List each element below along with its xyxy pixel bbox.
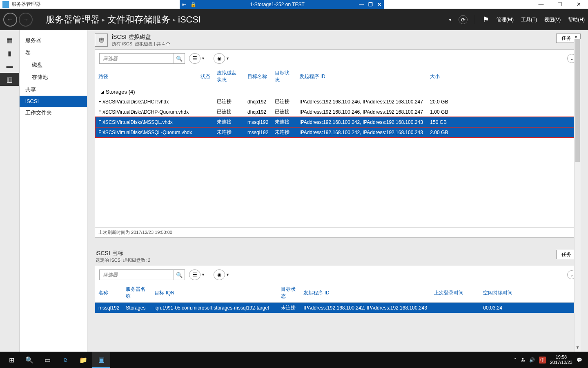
nav-pools[interactable]: 存储池 xyxy=(20,71,87,83)
target-filter-input[interactable] xyxy=(100,272,173,278)
col-path[interactable]: 路径 xyxy=(95,67,197,86)
vdisk-filter[interactable]: 🔍 xyxy=(99,53,185,64)
refresh-icon[interactable]: ⟳ xyxy=(459,15,468,24)
tcol-tstatus[interactable]: 目标状态 xyxy=(278,283,300,303)
target-panel-header: iSCSI 目标 选定的 iSCSI 虚拟磁盘数: 2 任务 xyxy=(95,250,581,263)
remote-min-button[interactable]: — xyxy=(357,2,366,7)
nav-list: 服务器 卷 磁盘 存储池 共享 iSCSI 工作文件夹 xyxy=(20,30,87,352)
tcol-name[interactable]: 名称 xyxy=(95,283,122,303)
col-status[interactable]: 状态 xyxy=(197,67,214,86)
bc-dropdown-icon[interactable]: ▾ xyxy=(449,18,451,22)
remote-restore-button[interactable]: ❐ xyxy=(366,2,375,7)
pin-icon[interactable]: ⇤ xyxy=(180,2,189,7)
chevron-down-icon: ◢ xyxy=(101,90,104,94)
tray-time: 19:58 xyxy=(550,355,572,360)
table-row[interactable]: F:\iSCSIVirtualDisks\MSSQL.vhdx未连接mssql1… xyxy=(95,117,580,127)
col-size[interactable]: 大小 xyxy=(427,67,580,86)
rail-volumes-icon[interactable]: ▮ xyxy=(0,47,19,60)
target-group-dropdown[interactable]: ◉▼ xyxy=(214,269,225,280)
rail-servers-icon[interactable]: ▦ xyxy=(0,34,19,47)
app-icon xyxy=(2,1,9,8)
nav-volumes[interactable]: 卷 xyxy=(20,47,87,59)
tcol-init[interactable]: 发起程序 ID xyxy=(300,283,431,303)
col-initiator[interactable]: 发起程序 ID xyxy=(296,67,427,86)
bc-files[interactable]: 文件和存储服务 xyxy=(107,13,170,26)
target-table: 名称 服务器名称 目标 IQN 目标状态 发起程序 ID 上次登录时间 空闲持续… xyxy=(95,283,580,313)
tcol-lastlogin[interactable]: 上次登录时间 xyxy=(431,283,480,303)
remote-close-button[interactable]: ✕ xyxy=(375,2,384,7)
taskbar-explorer-icon[interactable]: 📁 xyxy=(74,352,92,368)
tray-date: 2017/12/23 xyxy=(550,360,572,365)
search-icon[interactable]: 🔍 xyxy=(173,270,185,280)
table-row[interactable]: mssql192 Storages iqn.1991-05.com.micros… xyxy=(95,303,580,313)
rail-iscsi-icon[interactable]: ▥ xyxy=(0,73,19,86)
outer-max-button[interactable]: ☐ xyxy=(550,0,569,9)
tray-sound-icon[interactable]: 🔊 xyxy=(529,357,535,363)
outer-close-button[interactable]: ✕ xyxy=(569,0,588,9)
app-title: 服务器管理器 xyxy=(11,1,41,8)
vdisk-header-icon: ⛃ xyxy=(95,34,108,47)
vdisk-panel-header: ⛃ iSCSI 虚拟磁盘 所有 iSCSI 虚拟磁盘 | 共 4 个 任务 xyxy=(95,34,581,47)
vdisk-footer: 上次刷新时间为 2017/12/23 19:50:00 xyxy=(95,227,580,237)
menu-tools[interactable]: 工具(T) xyxy=(521,16,537,23)
taskbar-search-icon[interactable]: 🔍 xyxy=(20,352,38,368)
group-row[interactable]: ◢Storages (4) xyxy=(95,86,580,97)
rail-disks-icon[interactable]: ▬ xyxy=(0,60,19,73)
tray-up-icon[interactable]: ˄ xyxy=(514,357,517,363)
col-tname[interactable]: 目标名称 xyxy=(244,67,272,86)
col-tstatus[interactable]: 目标状态 xyxy=(272,67,296,86)
search-icon[interactable]: 🔍 xyxy=(173,54,185,63)
table-row[interactable]: F:\iSCSIVirtualDisks\DHCP.vhdx已连接dhcp192… xyxy=(95,96,580,107)
taskbar-ie-icon[interactable]: e xyxy=(56,352,74,368)
menu-view[interactable]: 视图(V) xyxy=(544,16,561,23)
nav-servers[interactable]: 服务器 xyxy=(20,34,87,47)
table-row[interactable]: F:\iSCSIVirtualDisks\MSSQL-Quorum.vhdx未连… xyxy=(95,127,580,137)
taskbar: ⊞ 🔍 ▭ e 📁 ▣ ˄ 🖧 🔊 中 19:58 2017/12/23 💬 xyxy=(0,352,588,368)
vdisk-panel: 🔍 ☰▼ ◉▼ ⌄ 路径 状态 虚拟磁盘状态 目标名称 目标状态 发起程序 ID… xyxy=(95,49,581,238)
bc-root[interactable]: 服务器管理器 xyxy=(46,13,100,26)
task-view-icon[interactable]: ▭ xyxy=(38,352,56,368)
tray-ime-icon[interactable]: 中 xyxy=(539,357,546,364)
nav-shares[interactable]: 共享 xyxy=(20,83,87,96)
outer-min-button[interactable]: — xyxy=(532,0,550,9)
table-row[interactable]: F:\iSCSIVirtualDisks\DCHP-Quorum.vhdx已连接… xyxy=(95,107,580,117)
target-toolbar: 🔍 ☰▼ ◉▼ ⌄ xyxy=(95,266,580,283)
group-label: Storages (4) xyxy=(106,89,135,95)
breadcrumb: 服务器管理器 ▸ 文件和存储服务 ▸ iSCSI xyxy=(46,13,201,26)
target-filter[interactable]: 🔍 xyxy=(99,269,185,280)
start-button[interactable]: ⊞ xyxy=(2,352,20,368)
nav-workfolders[interactable]: 工作文件夹 xyxy=(20,107,87,119)
tray-clock[interactable]: 19:58 2017/12/23 xyxy=(550,355,572,365)
scroll-down-icon[interactable]: ▼ xyxy=(575,345,581,352)
vdisk-view-dropdown[interactable]: ☰▼ xyxy=(189,53,200,64)
vdisk-group-dropdown[interactable]: ◉▼ xyxy=(214,53,225,64)
bc-iscsi[interactable]: iSCSI xyxy=(178,14,201,25)
chevron-right-icon: ▸ xyxy=(102,16,105,23)
target-title: iSCSI 目标 xyxy=(96,250,150,257)
content-scrollbar[interactable]: ▲ ▼ xyxy=(574,39,581,352)
lock-icon: 🔒 xyxy=(189,2,198,7)
tcol-server[interactable]: 服务器名称 xyxy=(122,283,151,303)
col-vstatus[interactable]: 虚拟磁盘状态 xyxy=(214,67,244,86)
scroll-thumb[interactable] xyxy=(575,39,580,162)
nav-iscsi[interactable]: iSCSI xyxy=(20,96,87,107)
taskbar-servermanager-icon[interactable]: ▣ xyxy=(92,352,110,368)
nav-back-button[interactable]: ← xyxy=(3,13,17,27)
remote-title: 1-Storage1-252 on TEST xyxy=(198,2,357,7)
nav-disks[interactable]: 磁盘 xyxy=(20,59,87,71)
target-view-dropdown[interactable]: ☰▼ xyxy=(189,269,200,280)
menu-manage[interactable]: 管理(M) xyxy=(497,16,514,23)
tcol-iqn[interactable]: 目标 IQN xyxy=(151,283,278,303)
chevron-right-icon: ▸ xyxy=(173,16,176,23)
tcol-idle[interactable]: 空闲持续时间 xyxy=(480,283,580,303)
vdisk-subtitle: 所有 iSCSI 虚拟磁盘 | 共 4 个 xyxy=(112,41,170,47)
nav-forward-button: → xyxy=(19,13,33,27)
sm-header: ← → 服务器管理器 ▸ 文件和存储服务 ▸ iSCSI ▾ ⟳ ⚑ 管理(M)… xyxy=(0,9,588,30)
notifications-flag-icon[interactable]: ⚑ xyxy=(483,15,489,24)
tray-network-icon[interactable]: 🖧 xyxy=(521,357,525,362)
divider xyxy=(475,15,475,24)
target-subtitle: 选定的 iSCSI 虚拟磁盘数: 2 xyxy=(96,257,150,263)
vdisk-filter-input[interactable] xyxy=(100,56,173,61)
menu-help[interactable]: 帮助(H) xyxy=(568,16,585,23)
tray-notifications-icon[interactable]: 💬 xyxy=(577,357,582,363)
